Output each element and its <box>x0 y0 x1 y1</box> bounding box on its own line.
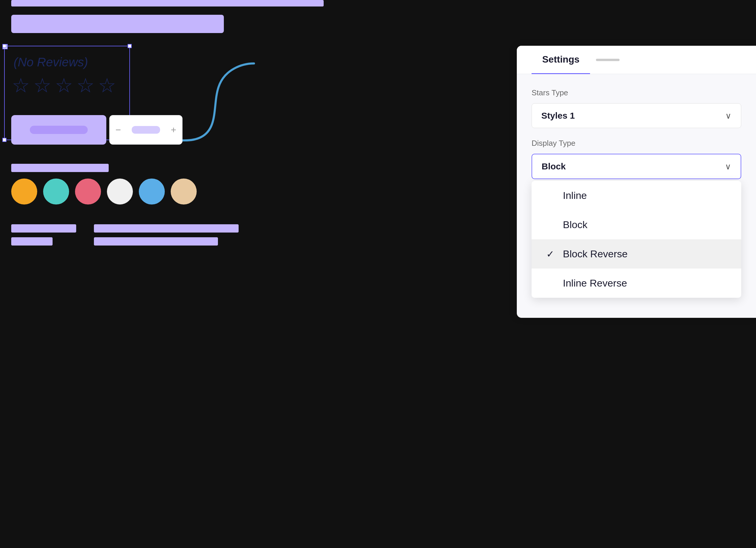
display-type-menu: Inline Block ✓ Block Reverse Inline Reve… <box>532 181 741 298</box>
option-inline-label: Inline <box>563 190 587 201</box>
display-type-label: Display Type <box>532 139 741 148</box>
bottom-bars-col2 <box>94 224 239 246</box>
option-inline-reverse[interactable]: Inline Reverse <box>532 269 741 298</box>
counter-plus[interactable]: + <box>171 125 176 136</box>
tab-separator <box>596 59 620 61</box>
swatch-yellow[interactable] <box>11 179 37 205</box>
counter-widget[interactable]: − + <box>109 115 183 145</box>
display-type-chevron-icon: ∨ <box>725 162 731 172</box>
resize-handle-bl[interactable] <box>2 138 6 142</box>
panel-tabs: Settings <box>517 46 756 74</box>
top-bar-2 <box>11 15 224 33</box>
stars-type-value: Styles 1 <box>541 111 575 121</box>
swatch-green[interactable] <box>43 179 69 205</box>
swatches-section <box>11 164 197 205</box>
display-type-dropdown[interactable]: Block ∨ <box>532 154 741 179</box>
option-block-label: Block <box>563 219 587 231</box>
stars-row: ☆ ☆ ☆ ☆ ☆ <box>5 72 129 98</box>
star-2: ☆ <box>33 75 51 95</box>
swatch-peach[interactable] <box>171 179 197 205</box>
counter-minus[interactable]: − <box>115 125 121 136</box>
swatch-pink[interactable] <box>75 179 101 205</box>
panel-body: Stars Type Styles 1 ∨ Display Type Block… <box>517 74 756 318</box>
option-block-reverse-label: Block Reverse <box>563 248 628 260</box>
star-3: ☆ <box>55 75 73 95</box>
option-inline[interactable]: Inline <box>532 181 741 210</box>
counter-value-bar <box>132 126 160 134</box>
swatches-row <box>11 179 197 205</box>
bottom-bar-1-2 <box>11 237 53 246</box>
bottom-bar-2-2 <box>94 237 218 246</box>
swatch-white[interactable] <box>107 179 133 205</box>
solid-button-widget[interactable] <box>11 115 106 145</box>
tab-settings[interactable]: Settings <box>532 46 590 74</box>
swatches-label-bar <box>11 164 109 172</box>
star-1: ☆ <box>12 75 30 95</box>
star-5: ☆ <box>98 75 116 95</box>
button-inner <box>30 126 88 134</box>
bottom-bars-section <box>11 224 239 246</box>
stars-type-chevron-icon: ∨ <box>725 111 731 121</box>
stars-type-dropdown[interactable]: Styles 1 ∨ <box>532 103 741 128</box>
option-block[interactable]: Block <box>532 210 741 239</box>
star-4: ☆ <box>76 75 95 95</box>
no-reviews-text: (No Reviews) <box>5 46 129 72</box>
swatch-blue[interactable] <box>139 179 165 205</box>
canvas-area: (No Reviews) ☆ ☆ ☆ ☆ ☆ − + <box>0 0 502 548</box>
option-block-reverse[interactable]: ✓ Block Reverse <box>532 239 741 269</box>
settings-panel: Settings Stars Type Styles 1 ∨ Display T… <box>517 46 756 318</box>
top-bar-1 <box>11 0 324 6</box>
bottom-bars-col1 <box>11 224 76 246</box>
stars-type-label: Stars Type <box>532 88 741 97</box>
display-type-value: Block <box>542 162 566 172</box>
bottom-bar-1-1 <box>11 224 76 233</box>
check-icon-block-reverse: ✓ <box>546 249 557 260</box>
option-inline-reverse-label: Inline Reverse <box>563 277 627 289</box>
bottom-bar-2-1 <box>94 224 239 233</box>
